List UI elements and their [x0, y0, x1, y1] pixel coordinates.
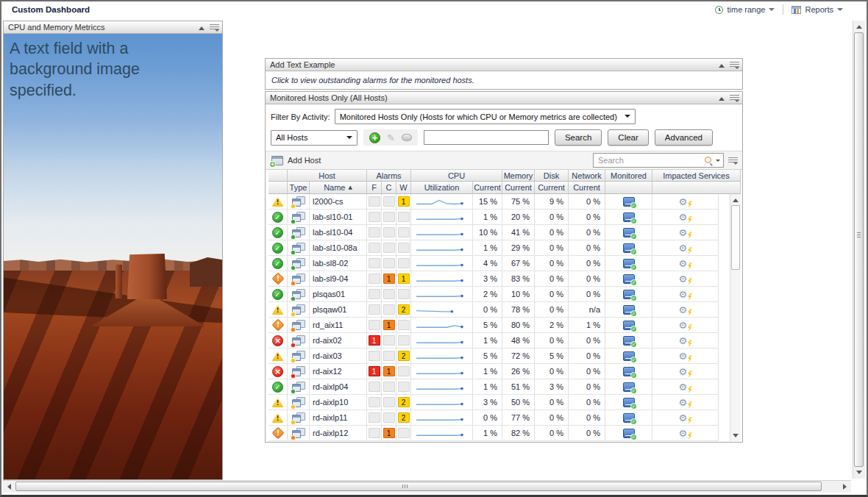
host-name-cell[interactable]: rd-aixlp04 [310, 379, 367, 394]
impacted-services-cell[interactable] [652, 410, 719, 425]
header-warning[interactable]: W [396, 182, 411, 194]
warning-count-cell[interactable] [396, 225, 411, 240]
scroll-up-icon[interactable] [730, 194, 741, 204]
panel-menu-icon[interactable] [730, 95, 739, 101]
fatal-count-cell[interactable]: 1 [367, 364, 382, 379]
warning-count-cell[interactable] [396, 318, 411, 332]
impacted-services-cell[interactable] [652, 348, 719, 363]
search-button[interactable]: Search [555, 129, 602, 146]
monitored-cell[interactable] [605, 225, 652, 240]
host-name-cell[interactable]: rd-aixlp10 [310, 395, 367, 410]
host-name-cell[interactable]: lab-sl10-08a [310, 240, 367, 255]
horizontal-scrollbar-thumb[interactable] [15, 482, 822, 491]
monitored-cell[interactable] [605, 256, 652, 271]
table-scrollbar-thumb[interactable] [731, 205, 740, 270]
impacted-services-cell[interactable] [652, 194, 719, 209]
fatal-count-cell[interactable] [367, 225, 382, 240]
table-row[interactable]: ! rd-aixlp12 1 1 % 82 % 0 % 0 % [268, 426, 719, 441]
table-row[interactable]: × rd-aix12 1 1 1 % 26 % 0 % 0 % [268, 364, 719, 379]
header-cpu[interactable]: CPU [411, 170, 502, 182]
scroll-left-icon[interactable] [3, 481, 14, 493]
cpu-sparkline-cell[interactable] [411, 210, 473, 224]
clear-button[interactable]: Clear [608, 129, 648, 146]
host-name-cell[interactable]: rd-aix12 [310, 364, 367, 379]
collapse-icon[interactable] [199, 24, 204, 30]
warning-count-cell[interactable]: 1 [396, 271, 411, 286]
warning-count-cell[interactable] [396, 379, 411, 394]
critical-count-cell[interactable] [382, 210, 396, 224]
scroll-right-icon[interactable] [840, 481, 851, 493]
header-network[interactable]: Network [569, 170, 605, 182]
host-name-cell[interactable]: rd-aixlp12 [310, 426, 367, 440]
warning-count-cell[interactable]: 2 [396, 302, 411, 317]
collapse-icon[interactable] [719, 94, 725, 101]
add-host-button[interactable]: + Add Host [271, 156, 321, 165]
cpu-sparkline-cell[interactable] [411, 302, 473, 317]
cpu-sparkline-cell[interactable] [411, 410, 473, 425]
host-name-cell[interactable]: rd-aix02 [310, 333, 367, 348]
critical-count-cell[interactable] [382, 240, 396, 255]
host-name-cell[interactable]: lab-sl10-04 [310, 225, 367, 240]
warning-count-cell[interactable] [396, 240, 411, 255]
critical-count-cell[interactable] [382, 395, 396, 410]
fatal-count-cell[interactable] [367, 379, 382, 394]
critical-count-cell[interactable] [382, 333, 396, 348]
cpu-sparkline-cell[interactable] [411, 379, 473, 394]
vertical-scrollbar-thumb[interactable] [854, 32, 864, 467]
critical-count-cell[interactable]: 1 [382, 364, 396, 379]
fatal-count-cell[interactable] [367, 302, 382, 317]
monitored-cell[interactable] [605, 240, 652, 255]
monitored-cell[interactable] [605, 333, 652, 348]
fatal-count-cell[interactable]: 1 [367, 333, 382, 348]
table-row[interactable]: ! l2000-cs 1 15 % 75 % 9 % 0 % [268, 194, 719, 210]
impacted-services-cell[interactable] [652, 271, 719, 286]
impacted-services-cell[interactable] [652, 287, 719, 301]
critical-count-cell[interactable] [382, 194, 396, 209]
host-name-cell[interactable]: lab-sl9-04 [310, 271, 367, 286]
impacted-services-cell[interactable] [652, 318, 719, 332]
cpu-sparkline-cell[interactable] [411, 364, 473, 379]
warning-count-cell[interactable]: 1 [396, 194, 411, 209]
fatal-count-cell[interactable] [367, 410, 382, 425]
monitored-cell[interactable] [605, 302, 652, 317]
delete-icon[interactable] [402, 134, 412, 141]
monitored-cell[interactable] [605, 348, 652, 363]
fatal-count-cell[interactable] [367, 287, 382, 301]
warning-count-cell[interactable]: 2 [396, 410, 411, 425]
critical-count-cell[interactable]: 1 [382, 426, 396, 440]
fatal-count-cell[interactable] [367, 210, 382, 224]
impacted-services-cell[interactable] [652, 210, 719, 224]
table-row[interactable]: ✓ lab-sl8-02 4 % 67 % 0 % 0 % [268, 256, 719, 271]
host-name-cell[interactable]: lab-sl8-02 [310, 256, 367, 271]
chevron-down-icon[interactable] [716, 160, 720, 164]
table-scrollbar[interactable] [730, 194, 741, 441]
table-row[interactable]: ✓ lab-sl10-01 1 % 20 % 0 % 0 % [268, 210, 719, 225]
host-name-cell[interactable]: rd-aixlp11 [310, 410, 367, 425]
scroll-down-icon[interactable] [730, 431, 741, 441]
scope-select[interactable]: All Hosts [271, 130, 357, 146]
edit-icon[interactable]: ✎ [387, 133, 395, 143]
monitored-cell[interactable] [605, 210, 652, 224]
warning-count-cell[interactable] [396, 426, 411, 440]
header-fatal[interactable]: F [367, 182, 382, 194]
table-row[interactable]: ! rd-aixlp11 2 0 % 77 % 0 % 0 % [268, 410, 719, 426]
critical-count-cell[interactable] [382, 287, 396, 301]
warning-count-cell[interactable] [396, 287, 411, 301]
warning-count-cell[interactable] [396, 364, 411, 379]
header-type[interactable]: Type [288, 182, 310, 194]
add-scope-button[interactable]: + [369, 132, 380, 143]
critical-count-cell[interactable] [382, 225, 396, 240]
critical-count-cell[interactable]: 1 [382, 318, 396, 332]
monitored-cell[interactable] [605, 287, 652, 301]
table-row[interactable]: ✓ lab-sl10-04 10 % 41 % 0 % 0 % [268, 225, 719, 240]
cpu-sparkline-cell[interactable] [411, 256, 473, 271]
header-memory[interactable]: Memory [502, 170, 535, 182]
header-disk-current[interactable]: Current [535, 182, 569, 194]
monitored-cell[interactable] [605, 426, 652, 440]
critical-count-cell[interactable]: 1 [382, 271, 396, 286]
warning-count-cell[interactable] [396, 256, 411, 271]
search-icon[interactable] [704, 156, 713, 165]
cpu-sparkline-cell[interactable] [411, 333, 473, 348]
monitored-cell[interactable] [605, 194, 652, 209]
cpu-sparkline-cell[interactable] [411, 348, 473, 363]
